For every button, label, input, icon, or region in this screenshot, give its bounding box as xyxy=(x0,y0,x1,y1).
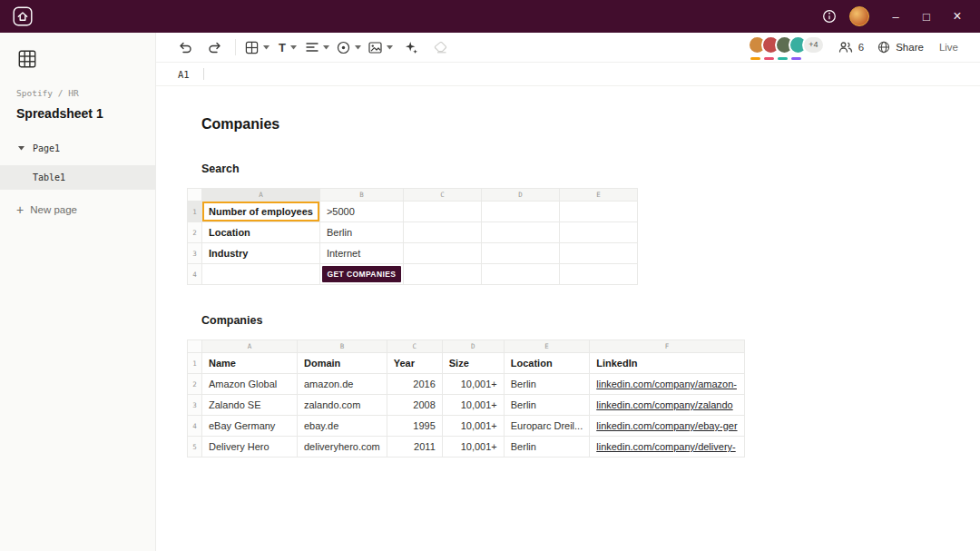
insert-table-button[interactable] xyxy=(245,35,270,59)
collaborators-button[interactable]: 6 xyxy=(838,42,864,53)
cell-year[interactable]: 2016 xyxy=(387,374,442,395)
insert-image-button[interactable] xyxy=(368,35,393,59)
column-header-d[interactable]: D xyxy=(481,189,559,202)
info-button[interactable] xyxy=(817,5,842,28)
cell-a1[interactable]: Number of employees xyxy=(202,202,320,222)
linkedin-link[interactable]: linkedin.com/company/amazon- xyxy=(596,379,737,389)
header-cell-location[interactable]: Location xyxy=(504,353,589,374)
close-button[interactable]: × xyxy=(942,5,973,28)
page-title[interactable]: Companies xyxy=(201,116,279,133)
row-number-1[interactable]: 1 xyxy=(188,353,202,374)
linkedin-link[interactable]: linkedin.com/company/delivery- xyxy=(596,441,735,452)
row-number-4[interactable]: 4 xyxy=(188,416,202,437)
clear-formatting-button[interactable] xyxy=(429,35,451,59)
cell-a4[interactable] xyxy=(202,264,320,285)
column-header-c[interactable]: C xyxy=(387,340,442,353)
linkedin-link[interactable]: linkedin.com/company/zalando xyxy=(596,399,732,410)
header-cell-size[interactable]: Size xyxy=(442,353,504,374)
cell-a3[interactable]: Industry xyxy=(202,243,320,264)
live-status[interactable]: Live xyxy=(939,42,958,53)
linkedin-link[interactable]: linkedin.com/company/ebay-ger xyxy=(596,420,737,431)
redo-button[interactable] xyxy=(203,35,225,59)
undo-button[interactable] xyxy=(174,35,196,59)
new-page-button[interactable]: + New page xyxy=(16,203,77,216)
sidebar-item-page1[interactable]: Page1 xyxy=(18,143,155,153)
column-header-c[interactable]: C xyxy=(403,189,481,202)
cell-location[interactable]: Europarc Dreil... xyxy=(504,416,589,437)
cell-c2[interactable] xyxy=(403,222,481,243)
cell-d2[interactable] xyxy=(481,222,559,243)
row-number-5[interactable]: 5 xyxy=(188,437,202,458)
header-cell-domain[interactable]: Domain xyxy=(298,353,387,374)
number-format-button[interactable] xyxy=(337,35,361,59)
cell-year[interactable]: 2008 xyxy=(387,395,442,416)
column-header-b[interactable]: B xyxy=(319,189,403,202)
header-cell-name[interactable]: Name xyxy=(202,353,298,374)
row-number-1[interactable]: 1 xyxy=(188,202,202,222)
cell-b2[interactable]: Berlin xyxy=(319,222,403,243)
cell-year[interactable]: 1995 xyxy=(387,416,442,437)
row-number-2[interactable]: 2 xyxy=(188,374,202,395)
cell-name[interactable]: Delivery Hero xyxy=(202,437,298,458)
header-cell-year[interactable]: Year xyxy=(387,353,442,374)
column-header-e[interactable]: E xyxy=(504,340,589,353)
column-header-a[interactable]: A xyxy=(202,340,298,353)
cell-e4[interactable] xyxy=(559,264,637,285)
get-companies-button[interactable]: GET COMPANIES xyxy=(322,266,401,282)
cell-b3[interactable]: Internet xyxy=(319,243,403,264)
ai-actions-button[interactable] xyxy=(400,35,422,59)
column-header-b[interactable]: B xyxy=(298,340,387,353)
row-number-2[interactable]: 2 xyxy=(188,222,202,243)
row-number-3[interactable]: 3 xyxy=(188,395,202,416)
text-style-button[interactable]: T xyxy=(277,35,299,59)
cell-size[interactable]: 10,001+ xyxy=(442,395,504,416)
cell-b1[interactable]: >5000 xyxy=(319,202,403,222)
cell-e1[interactable] xyxy=(559,202,637,222)
cell-domain[interactable]: amazon.de xyxy=(298,374,387,395)
alignment-button[interactable] xyxy=(306,35,329,59)
column-header-f[interactable]: F xyxy=(590,340,744,353)
column-header-e[interactable]: E xyxy=(559,189,637,202)
cell-size[interactable]: 10,001+ xyxy=(442,374,504,395)
sidebar-item-table1[interactable]: Table1 xyxy=(0,165,155,190)
cell-d4[interactable] xyxy=(481,264,559,285)
cell-location[interactable]: Berlin xyxy=(504,437,589,458)
corner-cell[interactable] xyxy=(188,189,202,202)
people-icon xyxy=(838,42,853,53)
cell-domain[interactable]: ebay.de xyxy=(298,416,387,437)
row-number-4[interactable]: 4 xyxy=(188,264,202,285)
row-number-3[interactable]: 3 xyxy=(188,243,202,264)
cell-domain[interactable]: zalando.com xyxy=(298,395,387,416)
cell-domain[interactable]: deliveryhero.com xyxy=(298,437,387,458)
cell-d1[interactable] xyxy=(481,202,559,222)
cell-size[interactable]: 10,001+ xyxy=(442,437,504,458)
avatar-overflow-chip[interactable]: +4 xyxy=(802,35,825,54)
user-avatar[interactable] xyxy=(849,6,869,26)
column-header-d[interactable]: D xyxy=(442,340,504,353)
cell-d3[interactable] xyxy=(481,243,559,264)
cell-year[interactable]: 2011 xyxy=(387,437,442,458)
cell-a2[interactable]: Location xyxy=(202,222,320,243)
cell-e2[interactable] xyxy=(559,222,637,243)
cell-name[interactable]: eBay Germany xyxy=(202,416,298,437)
maximize-button[interactable]: □ xyxy=(911,5,942,28)
home-button[interactable] xyxy=(11,5,34,28)
cell-name[interactable]: Amazon Global xyxy=(202,374,298,395)
cell-c3[interactable] xyxy=(403,243,481,264)
corner-cell[interactable] xyxy=(188,340,202,353)
cell-location[interactable]: Berlin xyxy=(504,395,589,416)
companies-table-title[interactable]: Companies xyxy=(201,314,262,327)
search-table-title[interactable]: Search xyxy=(201,162,240,175)
cell-name[interactable]: Zalando SE xyxy=(202,395,298,416)
header-cell-linkedin[interactable]: LinkedIn xyxy=(590,353,744,374)
share-button[interactable]: Share xyxy=(877,41,924,54)
cell-c1[interactable] xyxy=(403,202,481,222)
avatar-stack[interactable]: +4 xyxy=(748,35,825,54)
cell-e3[interactable] xyxy=(559,243,637,264)
minimize-button[interactable]: – xyxy=(880,5,911,28)
cell-size[interactable]: 10,001+ xyxy=(442,416,504,437)
formula-bar[interactable]: A1 xyxy=(156,63,980,86)
cell-location[interactable]: Berlin xyxy=(504,374,589,395)
column-header-a[interactable]: A xyxy=(202,189,320,202)
cell-c4[interactable] xyxy=(403,264,481,285)
